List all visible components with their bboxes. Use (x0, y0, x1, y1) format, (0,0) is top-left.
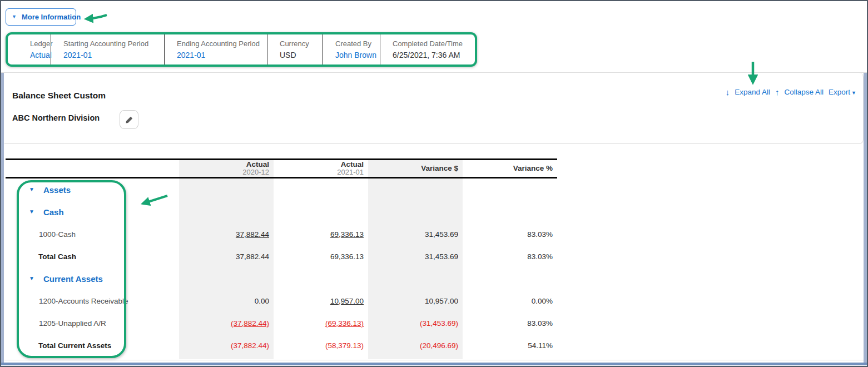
field-value-link[interactable]: Actual (30, 51, 51, 59)
cell-value: 83.03% (463, 252, 557, 261)
column-title: Actual (341, 161, 364, 168)
drilldown-value[interactable]: (69,336.13) (274, 319, 368, 328)
export-menu-button[interactable]: Export▼ (829, 88, 856, 96)
column-period: 2020-12 (242, 168, 269, 176)
header-spacer (6, 160, 179, 177)
expand-toggle-icon: ▼ (29, 276, 34, 281)
column-title: Variance $ (421, 165, 458, 172)
table-row-total-cash: Total Cash 37,882.44 69,336.13 31,453.69… (6, 245, 557, 267)
report-entity-name: ABC Northern Division (12, 113, 100, 122)
field-value: USD (280, 51, 323, 59)
table-row-account-1200-ar: 1200-Accounts Receivable 0.00 10,957.00 … (6, 290, 557, 312)
account-label: 1000-Cash (6, 230, 179, 239)
drilldown-value[interactable]: 10,957.00 (274, 297, 368, 305)
export-label: Export (829, 88, 850, 96)
total-label: Total Current Assets (6, 341, 179, 350)
group-label: Assets (43, 185, 71, 195)
info-field-completed-datetime: Completed Date/Time 6/25/2021, 7:36 AM (380, 34, 475, 65)
table-row-total-current-assets: Total Current Assets (37,882.44) (58,379… (6, 334, 557, 356)
group-toggle-assets[interactable]: ▼ Assets (6, 185, 179, 195)
app-window: ▼ More Information Ledger Actual Startin… (0, 0, 868, 367)
table-row-group-current-assets: ▼ Current Assets (6, 267, 557, 290)
expand-toggle-icon: ▼ (29, 187, 34, 192)
page-title: Balance Sheet Custom (12, 91, 106, 101)
more-information-button[interactable]: ▼ More Information (6, 8, 76, 26)
info-field-created-by: Created By John Brown (323, 34, 380, 65)
cell-value: 10,957.00 (368, 297, 463, 305)
cell-value: (20,496.69) (368, 341, 463, 350)
drilldown-value[interactable]: 37,882.44 (179, 230, 274, 239)
column-header-actual-2021-01: Actual 2021-01 (274, 160, 368, 177)
cell-value: 69,336.13 (274, 252, 368, 261)
cell-value: (31,453.69) (368, 319, 463, 328)
info-field-currency: Currency USD (267, 34, 323, 65)
group-toggle-cash[interactable]: ▼ Cash (6, 207, 179, 217)
column-header-variance-percent: Variance % (463, 160, 557, 177)
expand-all-link[interactable]: Expand All (735, 88, 770, 96)
annotation-arrow-more-info (79, 11, 108, 24)
cell-value: 83.03% (463, 230, 557, 239)
left-edge-strip (1, 73, 4, 363)
page-header-band: ▼ More Information Ledger Actual Startin… (1, 1, 867, 73)
cell-value: 37,882.44 (179, 252, 274, 261)
table-header-row: Actual 2020-12 Actual 2021-01 Variance $… (6, 160, 557, 177)
cell-value: 54.11% (463, 341, 557, 350)
total-label: Total Cash (6, 252, 179, 261)
cell-value: 0.00 (179, 297, 274, 305)
info-field-starting-period: Starting Accounting Period 2021-01 (51, 34, 165, 65)
cell-value: 83.03% (463, 319, 557, 328)
group-label: Cash (43, 207, 64, 217)
report-info-bar: Ledger Actual Starting Accounting Period… (6, 32, 477, 67)
export-caret-icon: ▼ (851, 90, 856, 96)
pencil-icon (125, 116, 133, 124)
drilldown-value[interactable]: (37,882.44) (179, 319, 274, 328)
field-label: Completed Date/Time (393, 39, 475, 48)
field-value-link[interactable]: 2021-01 (63, 51, 164, 59)
field-value: 6/25/2021, 7:36 AM (393, 51, 475, 59)
field-label: Created By (335, 39, 380, 48)
cell-value: 31,453.69 (368, 252, 463, 261)
more-information-label: More Information (22, 13, 81, 21)
table-row-group-cash: ▼ Cash (6, 201, 557, 223)
field-label: Ending Accounting Period (177, 39, 267, 48)
column-title: Variance % (513, 165, 553, 172)
cell-value: (58,379.13) (274, 341, 368, 350)
group-toggle-current-assets[interactable]: ▼ Current Assets (6, 274, 179, 284)
right-edge-strip (864, 73, 867, 363)
column-title: Actual (246, 161, 269, 168)
table-row-account-1000-cash: 1000-Cash 37,882.44 69,336.13 31,453.69 … (6, 223, 557, 245)
report-toolbar: ↓ Expand All ↑ Collapse All Export▼ (726, 87, 856, 97)
expand-toggle-icon: ▼ (29, 209, 34, 215)
edit-entity-button[interactable] (120, 110, 138, 129)
cell-value: 31,453.69 (368, 230, 463, 239)
cell-value: (37,882.44) (179, 341, 274, 350)
table-top-rule (6, 158, 557, 160)
chevron-down-icon: ▼ (12, 14, 17, 19)
field-label: Currency (280, 39, 323, 48)
table-row-account-1205-unapplied-ar: 1205-Unapplied A/R (37,882.44) (69,336.1… (6, 312, 557, 334)
column-header-variance-dollar: Variance $ (368, 160, 463, 177)
drilldown-value[interactable]: 69,336.13 (274, 230, 368, 239)
group-label: Current Assets (43, 274, 103, 284)
account-label: 1205-Unapplied A/R (6, 319, 179, 328)
report-bottom-rule (4, 360, 864, 360)
field-value-link[interactable]: John Brown (335, 51, 380, 59)
collapse-all-link[interactable]: Collapse All (785, 88, 824, 96)
field-label: Starting Accounting Period (63, 39, 164, 48)
horizontal-scrollbar[interactable] (1, 363, 867, 365)
table-body: ▼ Assets ▼ Cash 1000-Cash (6, 178, 557, 356)
field-label: Ledger (30, 39, 51, 48)
column-header-actual-2020-12: Actual 2020-12 (179, 160, 274, 177)
table-header-rule (6, 177, 557, 178)
info-field-ledger: Ledger Actual (8, 34, 51, 65)
column-period: 2021-01 (337, 168, 364, 176)
info-field-ending-period: Ending Accounting Period 2021-01 (165, 34, 267, 65)
collapse-all-arrow-icon: ↑ (775, 87, 780, 97)
field-value-link[interactable]: 2021-01 (177, 51, 267, 59)
cell-value: 0.00% (463, 297, 557, 305)
report-title-card: Balance Sheet Custom ABC Northern Divisi… (4, 73, 864, 144)
account-label: 1200-Accounts Receivable (6, 297, 179, 305)
expand-all-arrow-icon: ↓ (726, 87, 730, 97)
table-row-group-assets: ▼ Assets (6, 178, 557, 201)
